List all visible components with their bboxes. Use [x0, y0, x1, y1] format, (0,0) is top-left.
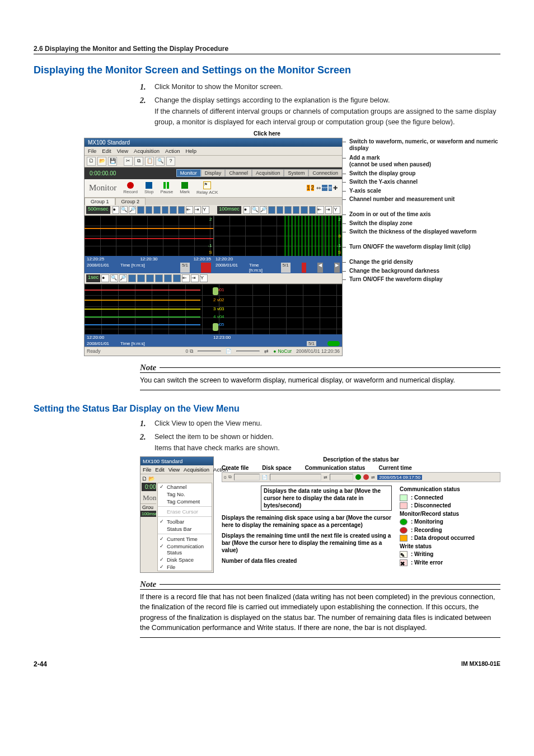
- b-grid-icon[interactable]: [155, 274, 163, 282]
- cut-icon[interactable]: ✂: [124, 157, 133, 166]
- tab-system[interactable]: System: [284, 169, 308, 177]
- vm-open-icon[interactable]: 📂: [148, 475, 155, 482]
- tab-display[interactable]: Display: [201, 169, 226, 177]
- wave-toggle-icon[interactable]: [178, 206, 185, 214]
- y-unit: S: [209, 250, 212, 255]
- vm-file[interactable]: File: [143, 466, 151, 473]
- vm-statusbar[interactable]: Status Bar: [158, 525, 212, 533]
- stop-button[interactable]: Stop: [144, 182, 153, 194]
- b-zone-icon[interactable]: [128, 274, 136, 282]
- slider-handle-bottom[interactable]: [213, 323, 218, 331]
- record-button[interactable]: Record: [123, 182, 138, 194]
- menu-acq[interactable]: Acquisition: [134, 148, 160, 154]
- r-left-icon[interactable]: ⇤: [317, 206, 324, 214]
- group-switch-2-icon[interactable]: 2: [311, 185, 315, 191]
- search-icon[interactable]: 🔍: [156, 157, 165, 166]
- zoom-out-icon[interactable]: 🔎: [129, 206, 136, 214]
- b-clip-icon[interactable]: [146, 274, 154, 282]
- open-icon[interactable]: 📂: [97, 157, 106, 166]
- vm-currenttime[interactable]: Current Time: [158, 535, 212, 543]
- vm-toolbar[interactable]: Toolbar: [158, 518, 212, 525]
- tab-connection[interactable]: Connection: [308, 169, 342, 177]
- step-text: Click Monitor to show the Monitor screen…: [154, 82, 500, 93]
- y-top: 2: [209, 217, 212, 222]
- vm-erasecursor: Erase Cursor: [158, 508, 212, 515]
- callout-yaxis-scale: Y-axis scale: [346, 187, 500, 195]
- b-left-icon[interactable]: ⇤: [182, 274, 190, 282]
- b-yaxis-icon[interactable]: Y: [200, 274, 208, 282]
- display-num-icon[interactable]: ≡: [329, 185, 332, 191]
- b-wave-onoff-icon[interactable]: ●: [101, 274, 109, 282]
- vm-view[interactable]: View: [168, 466, 180, 473]
- tab-group1[interactable]: Group 1: [85, 198, 115, 205]
- note1-body: You can switch the screen to waveform di…: [140, 375, 500, 390]
- menu-edit[interactable]: Edit: [102, 148, 111, 154]
- display-wave-icon[interactable]: 〰: [322, 185, 327, 191]
- r-wave-icon[interactable]: [309, 206, 316, 214]
- monitor-header: Monitor Record Stop Pause Mark ⚑Relay AC…: [85, 179, 342, 198]
- b-right-icon[interactable]: ⇥: [191, 274, 199, 282]
- help-icon[interactable]: ?: [166, 157, 175, 166]
- b-th-icon[interactable]: [137, 274, 145, 282]
- mark-add-icon[interactable]: ✚: [333, 185, 338, 191]
- r-grid-icon[interactable]: [293, 206, 300, 214]
- vm-tagno[interactable]: Tag No.: [158, 491, 212, 498]
- tab-group2[interactable]: Group 2: [115, 198, 146, 205]
- vm-acq[interactable]: Acquisition: [184, 466, 209, 473]
- group-switch-1-icon[interactable]: 1: [307, 185, 310, 191]
- vm-tagcomment[interactable]: Tag Comment: [158, 498, 212, 505]
- r-th-icon[interactable]: [277, 206, 284, 214]
- mark-button[interactable]: Mark: [180, 182, 190, 194]
- r-wave-onoff-icon[interactable]: ●: [243, 206, 251, 214]
- clip-icon[interactable]: [153, 206, 161, 214]
- new-icon[interactable]: 🗋: [87, 157, 96, 166]
- b-zoom-out-icon[interactable]: 🔎: [119, 274, 127, 282]
- r-zoom-in-icon[interactable]: 🔍: [251, 206, 259, 214]
- grid-icon[interactable]: [162, 206, 169, 214]
- copy-icon[interactable]: ⧉: [134, 157, 143, 166]
- chart-bottom: 1 v01 2 v02 3 v03 4 v04 5 v05: [85, 284, 342, 334]
- menu-view[interactable]: View: [117, 148, 128, 154]
- r-dark-icon[interactable]: [301, 206, 308, 214]
- vm-diskspace[interactable]: Disk Space: [158, 556, 212, 563]
- r-zone-icon[interactable]: [268, 206, 275, 214]
- pause-button[interactable]: Pause: [160, 182, 173, 194]
- mon-rec-hdr: Monitor/Record status: [400, 510, 500, 518]
- tab-acquisition[interactable]: Acquisition: [252, 169, 284, 177]
- menu-file[interactable]: File: [88, 148, 96, 154]
- menu-action[interactable]: Action: [165, 148, 180, 154]
- tab-monitor[interactable]: Monitor: [176, 169, 201, 177]
- scroll-right-icon[interactable]: ▶: [334, 263, 340, 273]
- r-zoom-out-icon[interactable]: 🔎: [260, 206, 267, 214]
- relay-ack-button[interactable]: ⚑Relay ACK: [196, 181, 218, 195]
- display-exp-icon[interactable]: ⇔: [316, 185, 321, 191]
- wave-onoff-icon[interactable]: ●: [113, 206, 120, 214]
- slider-handle-top[interactable]: [213, 287, 218, 295]
- step-text: Change the display settings according to…: [154, 95, 500, 127]
- vm-commstatus[interactable]: Communication Status: [158, 543, 212, 556]
- r-right-icon[interactable]: ⇥: [325, 206, 332, 214]
- vm-new-icon[interactable]: 🗋: [142, 475, 147, 482]
- step-num: 2.: [140, 432, 149, 453]
- vm-channel[interactable]: Channel: [158, 483, 212, 491]
- vm-edit[interactable]: Edit: [155, 466, 164, 473]
- thickness-icon[interactable]: [146, 206, 153, 214]
- b-wave-icon[interactable]: [173, 274, 181, 282]
- scroll-left-icon[interactable]: ◀: [317, 263, 323, 273]
- r-clip-icon[interactable]: [284, 206, 292, 214]
- paste-icon[interactable]: 📋: [145, 157, 154, 166]
- expand-left-icon[interactable]: ⇤: [186, 206, 193, 214]
- save-icon[interactable]: 💾: [108, 157, 117, 166]
- zone-icon[interactable]: [137, 206, 144, 214]
- vm-file[interactable]: File: [158, 563, 212, 571]
- zoom-in-icon[interactable]: 🔍: [120, 206, 128, 214]
- yaxis-icon[interactable]: Y: [202, 206, 209, 214]
- b-zoom-in-icon[interactable]: 🔍: [110, 274, 118, 282]
- b-dark-icon[interactable]: [164, 274, 172, 282]
- tab-channel[interactable]: Channel: [225, 169, 252, 177]
- expand-right-icon[interactable]: ⇥: [194, 206, 202, 214]
- menu-help[interactable]: Help: [185, 148, 196, 154]
- darkness-icon[interactable]: [170, 206, 177, 214]
- r-yaxis-icon[interactable]: Y: [333, 206, 340, 214]
- click-here-label: Click here: [34, 130, 500, 137]
